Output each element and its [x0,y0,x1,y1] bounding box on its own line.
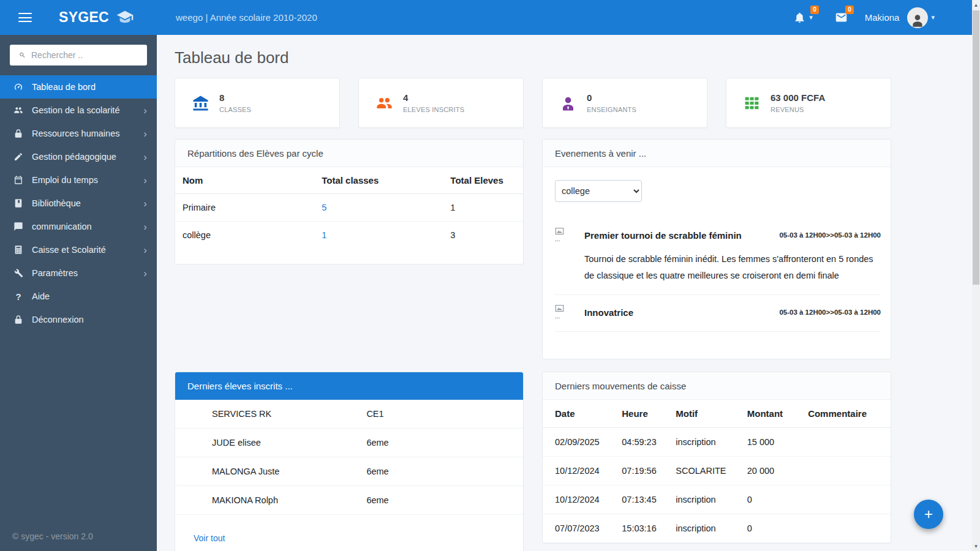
sidebar-search [10,45,147,66]
username[interactable]: Makiona [865,12,900,23]
sidebar-item-aide[interactable]: ? Aide [0,285,157,308]
avatar[interactable] [907,7,928,28]
cell-heure: 04:59:23 [616,428,669,457]
sidebar-item-ressources-humaines[interactable]: Ressources humaines › [0,122,157,145]
event-item[interactable]: ... Premier tournoi de scrabble féminin … [555,218,881,295]
cell-total-eleves: 1 [443,194,523,222]
cell-date: 07/07/2023 [543,514,616,543]
user-menu-caret-icon[interactable]: ▾ [931,13,935,21]
stats-row: 8 CLASSES 4 ELEVES INSCRITS 0 ENSEIGNANT… [175,78,980,128]
sidebar-item-parametres[interactable]: Paramètres › [0,261,157,285]
notifications-badge: 0 [810,6,819,14]
event-cycle-select[interactable]: college [555,180,642,202]
notifications-button[interactable]: 0 ▾ [793,11,813,24]
sidebar-item-gestion-pedagogique[interactable]: Gestion pédagogique › [0,145,157,168]
chevron-right-icon: › [143,129,147,139]
events-card: Evenements à venir ... college ... Premi… [542,139,891,359]
cell-montant: 0 [741,485,802,514]
sidebar-item-label: Gestion pédagogique [32,152,116,162]
stat-label: ELEVES INSCRITS [403,106,464,113]
sidebar-item-label: Ressources humaines [32,129,119,138]
sidebar-item-tableau-de-bord[interactable]: Tableau de bord [0,75,157,99]
caret-down-icon: ▾ [809,13,813,21]
student-name: SERVICES RK [175,400,366,428]
left-column: Répartitions des Elèves par cycle Nom To… [175,139,524,551]
brand[interactable]: SYGEC [59,9,135,26]
column-header-commentaire: Commentaire [802,400,891,428]
student-class: CE1 [366,400,383,428]
sidebar-item-label: Gestion de la scolarité [32,105,119,115]
search-input[interactable] [31,50,142,60]
cell-date: 10/12/2024 [543,485,616,514]
stat-label: CLASSES [219,106,251,113]
stat-card-eleves: 4 ELEVES INSCRITS [358,78,524,128]
messages-badge: 0 [845,6,854,14]
cell-motif: SCOLARITE [669,457,741,485]
scrollbar-thumb[interactable] [973,10,979,285]
card-title: Derniers éleves inscrits ... [175,372,523,400]
hamburger-menu-button[interactable] [18,13,32,22]
student-name: MALONGA Juste [175,457,366,485]
topbar: SYGEC weego | Année scolaire 2010-2020 0… [0,0,980,35]
chevron-right-icon: › [143,105,147,116]
stat-value: 8 [219,92,251,103]
cell-nom: collège [175,222,314,249]
voir-tout-link[interactable]: Voir tout [194,533,225,543]
event-dates: 05-03 à 12H00>>05-03 à 12H00 [779,304,881,316]
cash-movements-card: Derniers mouvements de caisse Date Heure… [542,372,891,544]
students-group-icon [13,105,24,115]
calendar-icon [13,175,24,185]
question-mark-icon: ? [13,291,24,302]
stat-value: 63 000 FCFA [771,92,825,103]
cell-commentaire [802,514,891,543]
scroll-down-arrow-icon[interactable]: ▼ [972,541,980,551]
student-row: SERVICES RK CE1 [175,400,523,429]
sidebar-footer: © sygec - version 2.0 [12,531,93,541]
sidebar-item-caisse-scolarite[interactable]: Caisse et Scolarité › [0,238,157,261]
sidebar-item-label: Déconnexion [32,315,84,324]
user-icon [910,12,925,28]
repartition-table: Nom Total classes Total Eleves Primaire … [175,167,523,249]
dashboard-icon [13,82,24,92]
page-title: Tableau de bord [175,48,980,67]
right-column: Evenements à venir ... college ... Premi… [542,139,891,544]
cash-table: Date Heure Motif Montant Commentaire 02/… [543,400,891,543]
sidebar-item-gestion-scolarite[interactable]: Gestion de la scolarité › [0,99,157,122]
chat-icon [13,222,24,231]
classes-count-link[interactable]: 1 [322,230,326,240]
card-title: Derniers mouvements de caisse [543,372,891,400]
users-icon [375,94,393,112]
cell-date: 10/12/2024 [543,457,616,485]
cell-motif: inscription [669,428,741,457]
sidebar-item-label: Aide [32,291,50,301]
table-row: 07/07/2023 15:03:16 inscription 0 [543,514,891,543]
student-row: JUDE elisee 6eme [175,429,523,457]
main-content: Tableau de bord 8 CLASSES 4 ELEVES INSCR… [157,35,980,551]
sidebar-item-communication[interactable]: communication › [0,215,157,238]
page-scrollbar[interactable]: ▲ ▼ [972,0,980,551]
sidebar-item-bibliotheque[interactable]: Bibliothèque › [0,192,157,215]
event-description: Tournoi de scrabble féminin inédit. Les … [584,251,881,284]
bell-icon [793,11,806,24]
classes-count-link[interactable]: 5 [322,203,326,212]
student-name: MAKIONA Rolph [175,486,366,514]
sidebar-item-deconnexion[interactable]: Déconnexion [0,308,157,331]
student-class: 6eme [366,486,388,514]
table-row: collège 1 3 [175,222,523,249]
table-row: 02/09/2025 04:59:23 inscription 15 000 [543,428,891,457]
event-item[interactable]: ... Innovatrice 05-03 à 12H00>>05-03 à 1… [555,295,881,332]
stat-value: 0 [587,92,636,103]
sidebar-item-label: Emploi du temps [32,175,98,185]
add-fab-button[interactable]: + [914,500,943,529]
lock-icon [13,129,24,138]
cell-commentaire [802,428,891,457]
column-header-motif: Motif [669,400,741,428]
sidebar-item-label: Caisse et Scolarité [32,245,106,255]
messages-button[interactable]: 0 [835,11,848,24]
cell-total-classes: 5 [314,194,443,222]
stat-label: REVENUS [771,106,825,113]
sidebar-item-emploi-du-temps[interactable]: Emploi du temps › [0,168,157,192]
scroll-up-arrow-icon[interactable]: ▲ [972,0,980,10]
brand-name: SYGEC [59,9,109,26]
school-year-label: weego | Année scolaire 2010-2020 [176,12,317,23]
